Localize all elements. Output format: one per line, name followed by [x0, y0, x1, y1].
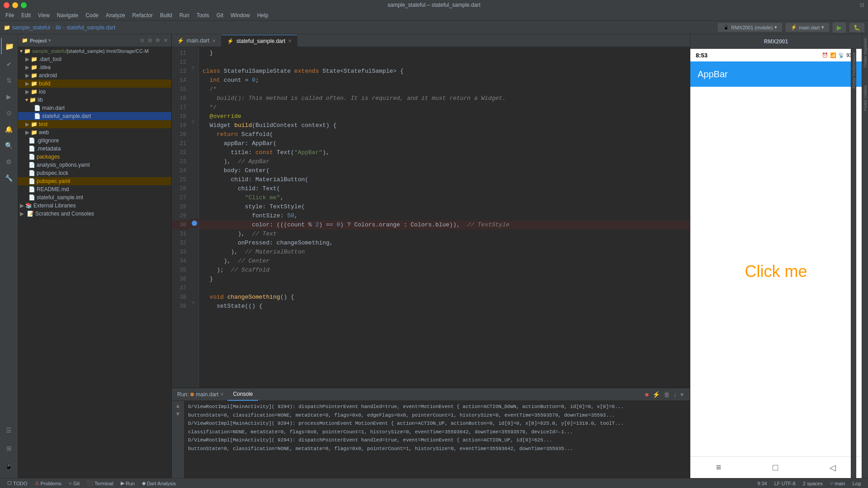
- maximize-button[interactable]: [21, 2, 27, 8]
- phone-nav-menu[interactable]: ≡: [716, 462, 722, 473]
- console-tab[interactable]: Console: [227, 388, 258, 401]
- menu-refactor[interactable]: Refactor: [129, 11, 156, 19]
- panel-minimize[interactable]: ▾: [679, 390, 684, 399]
- sidebar-vcs-icon[interactable]: ⇅: [1, 72, 17, 89]
- tree-packages[interactable]: 📄 packages: [18, 153, 171, 161]
- sidebar-plugins-icon[interactable]: 🔧: [1, 170, 17, 186]
- tree-metadata[interactable]: 📄 .metadata: [18, 145, 171, 153]
- tab-stateful-dart[interactable]: ⚡ stateful_sample.dart ✕: [222, 35, 297, 47]
- tree-pubspec-lock[interactable]: 📄 pubspec.lock: [18, 169, 171, 177]
- sidebar-phone-icon[interactable]: 📱: [1, 458, 17, 474]
- tree-main-dart[interactable]: 📄 main.dart: [18, 104, 171, 112]
- run-button[interactable]: ▶: [833, 23, 846, 33]
- tree-build[interactable]: ▶ 📁 build: [18, 80, 171, 88]
- run-tab-close[interactable]: ✕: [220, 392, 224, 397]
- tree-readme[interactable]: 📄 README.md: [18, 185, 171, 193]
- code-content[interactable]: } class StatefulSampleState extends Stat…: [199, 47, 690, 388]
- breadcrumb-file[interactable]: stateful_sample.dart: [66, 24, 115, 31]
- flutter-inspector-label[interactable]: Flutter Inspector: [863, 38, 868, 67]
- breadcrumb-lib[interactable]: lib: [56, 24, 61, 31]
- minimize-button[interactable]: [12, 2, 18, 8]
- tree-android[interactable]: ▶ 📁 android: [18, 71, 171, 80]
- menu-help[interactable]: Help: [254, 11, 272, 19]
- tab-close-icon[interactable]: ✕: [212, 38, 216, 43]
- tree-lib[interactable]: ▾ 📁 lib: [18, 96, 171, 104]
- status-dart[interactable]: ◆ Dart Analysis: [138, 480, 179, 486]
- target-selector[interactable]: ⚡main.dart▾: [786, 23, 829, 32]
- status-log[interactable]: Log: [849, 481, 864, 486]
- phone-nav-back[interactable]: ◁: [830, 463, 836, 473]
- phone-status-bar: 8:53 ⏰ 📶 📡 93%: [690, 49, 862, 61]
- scratches-label: Scratches and Consoles: [35, 211, 94, 217]
- status-indent[interactable]: 2 spaces: [799, 481, 826, 486]
- code-line-31: ), // Text: [199, 230, 690, 239]
- menu-git[interactable]: Git: [213, 11, 227, 19]
- panel-close-icon[interactable]: ✕: [164, 38, 168, 43]
- tree-pubspec-yaml[interactable]: 📄 pubspec.yaml: [18, 177, 171, 185]
- console-output[interactable]: D/ViewRootImpl[MainActivity]( 9294): dis…: [184, 401, 690, 478]
- code-line-36: }: [199, 275, 690, 284]
- panel-settings-icon[interactable]: ⚙: [156, 38, 160, 43]
- panel-collapse-icon[interactable]: ⊟: [148, 38, 152, 43]
- tree-dart-tool[interactable]: ▶ 📁 .dart_tool: [18, 55, 171, 63]
- status-problems[interactable]: ⚠ Problems: [31, 480, 65, 486]
- menu-tools[interactable]: Tools: [193, 11, 213, 19]
- device-selector[interactable]: 📱RMX2001 (mobile)▾: [718, 23, 782, 32]
- menu-window[interactable]: Window: [227, 11, 254, 19]
- clear-button[interactable]: 🗑: [663, 390, 671, 399]
- tree-root[interactable]: ▾ 📁 sample_stateful [stateful_sample] /m…: [18, 47, 171, 55]
- stop-button[interactable]: ■: [644, 390, 650, 399]
- phone-nav-home[interactable]: □: [773, 462, 778, 473]
- status-run[interactable]: ▶ Run: [117, 480, 138, 486]
- scroll-end-button[interactable]: ↓: [673, 390, 678, 399]
- tab-main-dart[interactable]: ⚡ main.dart ✕: [172, 35, 222, 47]
- menu-build[interactable]: Build: [156, 11, 176, 19]
- panel-locate-icon[interactable]: ⊙: [140, 38, 144, 43]
- tree-gitignore[interactable]: 📄 .gitignore: [18, 136, 171, 145]
- status-branch[interactable]: ⑂ main: [826, 481, 849, 486]
- tree-stateful-dart[interactable]: 📄 stateful_sample.dart: [18, 112, 171, 120]
- debug-button[interactable]: 🐛: [849, 23, 864, 32]
- status-git[interactable]: ⑂ Git: [65, 481, 83, 486]
- sidebar-notifications-icon[interactable]: 🔔: [1, 121, 17, 137]
- console-controls: ▲ ▼: [172, 401, 184, 478]
- sidebar-find-icon[interactable]: 🔍: [1, 137, 17, 154]
- sidebar-bottom-icon2[interactable]: ⊞: [1, 440, 17, 456]
- breadcrumb-project[interactable]: sample_stateful: [12, 24, 50, 31]
- menu-analyze[interactable]: Analyze: [102, 11, 129, 19]
- tree-test[interactable]: ▶ 📁 test: [18, 120, 171, 128]
- up-scroll[interactable]: ▲: [175, 403, 181, 409]
- flutter-outline-label[interactable]: Flutter Outline: [863, 85, 868, 111]
- tree-idea[interactable]: ▶ 📁 .idea: [18, 63, 171, 71]
- close-button[interactable]: [4, 2, 9, 8]
- sidebar-settings-icon[interactable]: ⚙: [1, 154, 17, 170]
- phone-nav-bar: ≡ □ ◁: [690, 456, 862, 478]
- sidebar-run-icon[interactable]: ▶: [1, 89, 17, 105]
- menu-code[interactable]: Code: [82, 11, 102, 19]
- tree-external-libs[interactable]: ▶ 📚 External Libraries: [18, 202, 171, 210]
- menu-edit[interactable]: Edit: [18, 11, 34, 19]
- rerun-button[interactable]: ⚡: [651, 390, 661, 399]
- sidebar-pullreq-icon[interactable]: ⊙: [1, 105, 17, 121]
- sidebar-commit-icon[interactable]: ✔: [1, 56, 17, 72]
- sidebar-bottom-icon1[interactable]: ☰: [1, 422, 17, 438]
- sidebar-project-icon[interactable]: 📁: [1, 38, 17, 54]
- tree-ios[interactable]: ▶ 📁 ios: [18, 88, 171, 96]
- menu-run[interactable]: Run: [176, 11, 193, 19]
- status-encoding[interactable]: LF UTF-8: [771, 481, 799, 486]
- phone-content[interactable]: Click me: [690, 87, 862, 456]
- tab-close-icon2[interactable]: ✕: [288, 38, 292, 43]
- flutter-perf-tab[interactable]: Flutter Performance: [852, 52, 856, 89]
- menu-file[interactable]: File: [2, 11, 18, 19]
- down-scroll[interactable]: ▼: [175, 411, 181, 417]
- menu-navigate[interactable]: Navigate: [53, 11, 82, 19]
- menu-view[interactable]: View: [34, 11, 53, 19]
- code-editor[interactable]: 11 12 13 14 15 16 17 18 19 20 21 22 23 2…: [172, 47, 690, 388]
- status-todo[interactable]: ☐ TODO: [4, 480, 31, 486]
- status-terminal[interactable]: ⬛ Terminal: [83, 480, 117, 486]
- tree-web[interactable]: ▶ 📁 web: [18, 128, 171, 136]
- tree-scratches[interactable]: ▶ 📝 Scratches and Consoles: [18, 210, 171, 218]
- tree-iml[interactable]: 📄 stateful_sample.iml: [18, 193, 171, 202]
- tree-analysis[interactable]: 📄 analysis_options.yaml: [18, 161, 171, 169]
- click-me-text[interactable]: Click me: [745, 262, 807, 281]
